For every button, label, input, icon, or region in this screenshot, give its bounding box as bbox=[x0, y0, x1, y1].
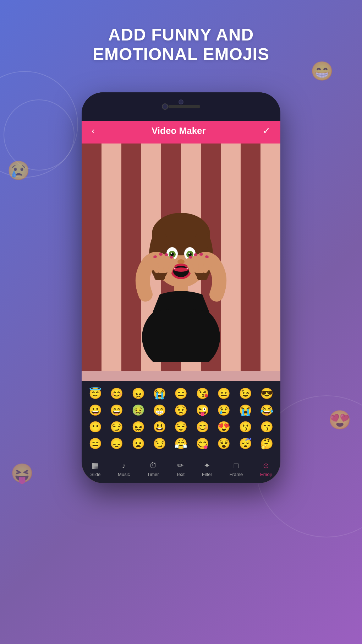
content-area: 😇😊😠😭😑😘😐😉😎😀😄🤢😁😟😜😢😭😂😶😏😖😃😌😊😍😗😙😑😞😦😏😤😋😵😴🤔 ▦Sl… bbox=[82, 144, 280, 483]
emoji-item-5[interactable]: 😘 bbox=[192, 386, 212, 401]
emoji-item-17[interactable]: 😂 bbox=[257, 402, 277, 418]
music-icon: ♪ bbox=[122, 461, 126, 470]
svg-point-38 bbox=[174, 267, 188, 272]
promo-header: ADD FUNNY AND EMOTIONAL EMOJIS bbox=[0, 25, 362, 64]
emoji-item-30[interactable]: 😏 bbox=[149, 436, 169, 451]
emoji-item-21[interactable]: 😃 bbox=[149, 419, 169, 434]
emoji-item-33[interactable]: 😵 bbox=[214, 436, 234, 451]
bottom-toolbar: ▦Slide♪Music⏱Timer✏Text✦Filter□Frame☺Emo… bbox=[82, 455, 280, 483]
emoji-item-20[interactable]: 😖 bbox=[128, 419, 148, 434]
float-emoji-1: 😁 bbox=[311, 60, 334, 82]
emoji-item-22[interactable]: 😌 bbox=[171, 419, 191, 434]
text-icon: ✏ bbox=[177, 461, 183, 470]
float-emoji-2: 😢 bbox=[7, 160, 30, 182]
toolbar-item-slide[interactable]: ▦Slide bbox=[90, 461, 100, 477]
emoji-item-35[interactable]: 🤔 bbox=[257, 436, 277, 451]
svg-point-33 bbox=[170, 256, 173, 259]
svg-point-16 bbox=[177, 259, 185, 264]
phone-camera bbox=[162, 103, 168, 110]
emoji-item-23[interactable]: 😊 bbox=[192, 419, 212, 434]
woman-illustration bbox=[124, 152, 238, 362]
timer-icon: ⏱ bbox=[149, 461, 157, 470]
slide-icon: ▦ bbox=[92, 461, 99, 470]
app-header: ‹ Video Maker ✓ bbox=[82, 118, 280, 144]
svg-point-31 bbox=[159, 253, 163, 256]
float-emoji-3: 😍 bbox=[328, 409, 351, 431]
text-label: Text bbox=[176, 472, 185, 477]
filter-icon: ✦ bbox=[204, 461, 210, 470]
svg-point-35 bbox=[199, 253, 203, 256]
emoji-item-1[interactable]: 😊 bbox=[106, 386, 126, 401]
confirm-button[interactable]: ✓ bbox=[263, 125, 270, 136]
emoji-item-31[interactable]: 😤 bbox=[171, 436, 191, 451]
emoji-item-7[interactable]: 😉 bbox=[235, 386, 255, 401]
emoji-item-27[interactable]: 😑 bbox=[85, 436, 105, 451]
svg-point-37 bbox=[189, 256, 192, 259]
emoji-grid: 😇😊😠😭😑😘😐😉😎😀😄🤢😁😟😜😢😭😂😶😏😖😃😌😊😍😗😙😑😞😦😏😤😋😵😴🤔 bbox=[85, 386, 277, 451]
phone-speaker bbox=[168, 105, 200, 108]
emoji-item-2[interactable]: 😠 bbox=[128, 386, 148, 401]
emoji-item-16[interactable]: 😭 bbox=[235, 402, 255, 418]
phone-front-camera bbox=[179, 99, 183, 104]
emoji-item-14[interactable]: 😜 bbox=[192, 402, 212, 418]
svg-point-15 bbox=[188, 253, 190, 254]
emoji-item-15[interactable]: 😢 bbox=[214, 402, 234, 418]
phone-wrapper: ‹ Video Maker ✓ bbox=[82, 92, 280, 604]
emoji-item-9[interactable]: 😀 bbox=[85, 402, 105, 418]
svg-point-36 bbox=[194, 253, 197, 256]
float-emoji-4: 😝 bbox=[11, 462, 34, 484]
slide-label: Slide bbox=[90, 472, 100, 477]
emoji-item-24[interactable]: 😍 bbox=[214, 419, 234, 434]
svg-point-32 bbox=[165, 253, 168, 256]
emoji-item-6[interactable]: 😐 bbox=[214, 386, 234, 401]
emoji-panel: 😇😊😠😭😑😘😐😉😎😀😄🤢😁😟😜😢😭😂😶😏😖😃😌😊😍😗😙😑😞😦😏😤😋😵😴🤔 bbox=[82, 381, 280, 455]
emoji-item-32[interactable]: 😋 bbox=[192, 436, 212, 451]
toolbar-item-emoji[interactable]: ☺Emoji bbox=[260, 461, 272, 477]
frame-label: Frame bbox=[230, 472, 243, 477]
emoji-item-26[interactable]: 😙 bbox=[257, 419, 277, 434]
app-title: Video Maker bbox=[95, 125, 263, 136]
photo-content bbox=[82, 144, 280, 371]
toolbar-item-filter[interactable]: ✦Filter bbox=[202, 461, 212, 477]
phone-frame: ‹ Video Maker ✓ bbox=[82, 92, 280, 483]
emoji-item-0[interactable]: 😇 bbox=[85, 386, 105, 401]
toolbar-item-music[interactable]: ♪Music bbox=[118, 461, 130, 477]
music-label: Music bbox=[118, 472, 130, 477]
emoji-label: Emoji bbox=[260, 472, 272, 477]
emoji-item-25[interactable]: 😗 bbox=[235, 419, 255, 434]
timer-label: Timer bbox=[147, 472, 159, 477]
back-button[interactable]: ‹ bbox=[92, 125, 95, 136]
toolbar-item-text[interactable]: ✏Text bbox=[176, 461, 185, 477]
emoji-item-3[interactable]: 😭 bbox=[149, 386, 169, 401]
emoji-item-18[interactable]: 😶 bbox=[85, 419, 105, 434]
filter-label: Filter bbox=[202, 472, 212, 477]
frame-icon: □ bbox=[234, 461, 238, 470]
toolbar-item-timer[interactable]: ⏱Timer bbox=[147, 461, 159, 477]
phone-top-bar bbox=[82, 92, 280, 121]
emoji-item-29[interactable]: 😦 bbox=[128, 436, 148, 451]
emoji-item-13[interactable]: 😟 bbox=[171, 402, 191, 418]
emoji-item-8[interactable]: 😎 bbox=[257, 386, 277, 401]
emoji-item-28[interactable]: 😞 bbox=[106, 436, 126, 451]
emoji-item-4[interactable]: 😑 bbox=[171, 386, 191, 401]
header-line1: ADD FUNNY AND bbox=[0, 25, 362, 44]
toolbar-item-frame[interactable]: □Frame bbox=[230, 461, 243, 477]
header-line2: EMOTIONAL EMOJIS bbox=[0, 44, 362, 64]
emoji-item-19[interactable]: 😏 bbox=[106, 419, 126, 434]
emoji-item-34[interactable]: 😴 bbox=[235, 436, 255, 451]
emoji-item-12[interactable]: 😁 bbox=[149, 402, 169, 418]
emoji-item-11[interactable]: 🤢 bbox=[128, 402, 148, 418]
emoji-item-10[interactable]: 😄 bbox=[106, 402, 126, 418]
emoji-icon: ☺ bbox=[262, 461, 270, 470]
svg-point-14 bbox=[171, 253, 172, 254]
